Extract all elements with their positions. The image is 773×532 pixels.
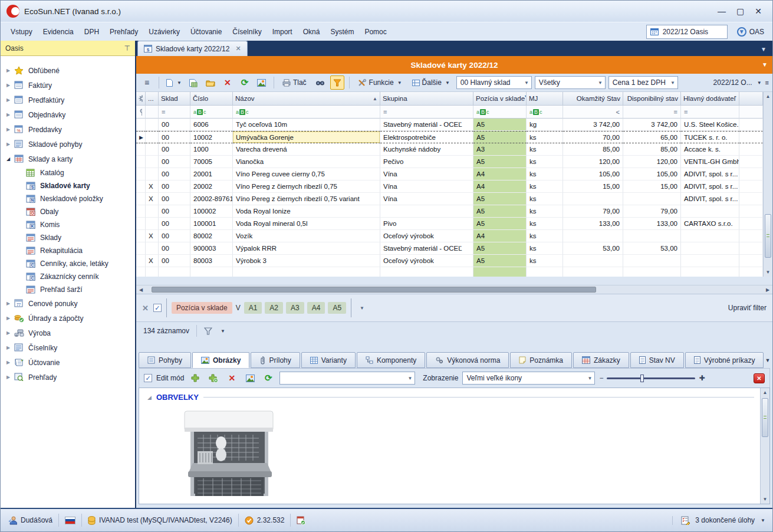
close-button[interactable]: ✕ [755, 6, 762, 16]
filter-value-chip-a1[interactable]: A1 [244, 302, 262, 314]
column-header-disponibilny[interactable]: Disponibilný stav [623, 92, 681, 106]
maximize-button[interactable]: ▢ [736, 6, 744, 16]
menu-item-prehľady[interactable]: Prehľady [104, 25, 143, 38]
expand-icon[interactable]: ▶ [4, 375, 12, 380]
table-row[interactable]: 006006Tyč oceľová 10mStavebný materiál -… [136, 119, 763, 131]
minimize-button[interactable]: — [718, 6, 726, 16]
expand-icon[interactable]: ▶ [4, 301, 12, 306]
image-panel-scrollbar[interactable]: ▲ ▼ [760, 388, 769, 504]
filter-cell-nazov[interactable]: aBc [233, 106, 380, 119]
count-filter-icon[interactable] [204, 327, 212, 335]
menu-toggle-button[interactable]: ≡ [140, 75, 154, 90]
panel-dropdown-icon[interactable]: ▼ [762, 61, 768, 68]
column-header-nazov[interactable]: Názov▲ [233, 92, 380, 106]
filter-value-chip-a2[interactable]: A2 [265, 302, 283, 314]
pin-icon[interactable]: ⊤ [124, 44, 130, 52]
table-row[interactable]: X0020002-897615...Víno Pereg z čiernych … [136, 193, 763, 205]
detail-tab-stav-nv[interactable]: Stav NV [630, 352, 684, 368]
sidebar-item-cenov-ponuky[interactable]: ▶77Cenové ponuky [1, 296, 135, 311]
detail-tab-v-robn-pr-kazy[interactable]: Výrobné príkazy [685, 352, 764, 368]
table-row[interactable]: 0070005VianočkaPečivoA5ks120,00120,00VEN… [136, 156, 763, 168]
sidebar-item--seln-ky[interactable]: ▶Číselníky [1, 340, 135, 355]
new-record-button[interactable]: ▼ [164, 75, 183, 90]
filter-cell-dodavatel[interactable]: = [681, 106, 739, 119]
sidebar-item-obaly[interactable]: OObaly [1, 205, 135, 218]
menu-item-uzávierky[interactable]: Uzávierky [143, 25, 185, 38]
column-header-pozicia[interactable]: Pozícia v sklade [473, 92, 527, 106]
sidebar-item-komis[interactable]: KKomis [1, 218, 135, 231]
sidebar-item-z-kazn-cky-cenn-k[interactable]: CZákaznícky cenník [1, 270, 135, 283]
expand-icon[interactable]: ▶ [4, 142, 12, 147]
filter-cell-skupina[interactable]: = [380, 106, 473, 119]
delete-button[interactable]: ✕ [221, 75, 235, 90]
image-tool-button[interactable] [243, 371, 257, 385]
scroll-up-icon[interactable]: ▲ [764, 92, 772, 101]
filter-cell-disponibilny[interactable]: = [623, 106, 681, 119]
filter-value-chip-a3[interactable]: A3 [286, 302, 304, 314]
product-image-dishwasher[interactable] [180, 410, 760, 498]
toolbar-period-combo[interactable]: 2022/12 O... [713, 78, 752, 87]
period-selector[interactable]: 2022/12 Oasis [646, 25, 728, 39]
scroll-down-icon[interactable]: ▼ [764, 268, 772, 277]
filter-cell-okamzity[interactable]: < [563, 106, 623, 119]
table-row[interactable]: 00900003Výpalok RRRStavebný materiál - O… [136, 242, 763, 255]
sidebar-item-preddavky[interactable]: ▶%Preddavky [1, 122, 135, 137]
table-row[interactable]: X0080002VozíkOceľový výrobokA4ks [136, 230, 763, 242]
detail-tab-v-konov-norma[interactable]: Výkonová norma [426, 352, 509, 368]
sidebar-item-sklady-a-karty[interactable]: ◢Sklady a karty [1, 152, 135, 166]
sidebar-item-preh-ady[interactable]: ▶Prehľady [1, 370, 135, 385]
refresh-button[interactable]: ⟳ [238, 75, 252, 90]
menu-item-evidencia[interactable]: Evidencia [38, 25, 79, 38]
column-header-mj[interactable]: MJ [527, 92, 563, 106]
search-button[interactable] [313, 75, 327, 90]
expand-icon[interactable]: ▶ [4, 112, 12, 117]
expand-icon[interactable]: ▶ [4, 360, 12, 365]
refresh-images-button[interactable]: ⟳ [261, 371, 275, 385]
tasks-dropdown-icon[interactable]: ▼ [761, 518, 765, 523]
detail-tab-pozn-mka[interactable]: Poznámka [510, 352, 572, 368]
sidebar-item-neskladov-polo-ky[interactable]: NNeskladové položky [1, 192, 135, 205]
menu-item-import[interactable]: Import [267, 25, 298, 38]
expand-icon[interactable]: ▶ [4, 68, 12, 73]
sidebar-item--tovanie[interactable]: ▶#Účtovanie [1, 355, 135, 370]
view-mode-combo[interactable]: Veľmi veľké ikony▼ [462, 372, 595, 385]
table-row[interactable]: ▶0010002Umývačka GorenjeElektrospotrebič… [136, 131, 763, 143]
expand-icon[interactable]: ▶ [4, 127, 12, 132]
edit-filter-link[interactable]: Upraviť filter [728, 304, 767, 312]
sidebar-item-v-roba[interactable]: ▶Výroba [1, 326, 135, 340]
image-scroll-up-icon[interactable]: ▲ [763, 388, 768, 397]
table-row[interactable]: 00100001Voda Royal mineral 0,5lPivoA5ks1… [136, 218, 763, 230]
delete-image-button[interactable]: ✕ [225, 371, 239, 385]
menu-item-okná[interactable]: Okná [298, 25, 325, 38]
zoom-slider[interactable]: − ✚ [599, 374, 705, 382]
detail-tab-komponenty[interactable]: Komponenty [357, 352, 425, 368]
vsetky-combo[interactable]: Všetky▼ [535, 76, 606, 89]
sidebar-item-rekapitul-cia[interactable]: Rekapitulácia [1, 244, 135, 257]
tab-list-dropdown-icon[interactable]: ▼ [761, 46, 772, 56]
toolbar-period-dropdown-icon[interactable]: ▼ [757, 80, 762, 86]
filter-cell-cislo[interactable]: aBc [190, 106, 233, 119]
column-header-cislo[interactable]: Číslo [190, 92, 233, 106]
sidebar-item-cenn-ky-akcie-let-ky[interactable]: CCenníky, akcie, letáky [1, 257, 135, 270]
add-image-plus-button[interactable] [206, 371, 221, 385]
expand-icon[interactable]: ▶ [4, 330, 12, 336]
filter-enabled-checkbox[interactable]: ✓ [153, 304, 162, 312]
expand-icon[interactable]: ▶ [4, 316, 12, 321]
detail-tab-pr-lohy[interactable]: Prílohy [251, 352, 300, 368]
zoom-out-icon[interactable]: − [599, 374, 603, 382]
filter-field-chip[interactable]: Pozícia v sklade [172, 302, 232, 314]
expand-icon[interactable]: ▶ [4, 345, 12, 350]
menu-item-systém[interactable]: Systém [325, 25, 359, 38]
tasks-status[interactable]: 3 dokončené úlohy ▼ [672, 516, 765, 525]
scroll-right-icon[interactable]: ▶ [763, 287, 772, 293]
sidebar-item-fakt-ry[interactable]: ▶Faktúry [1, 78, 135, 93]
collapse-icon[interactable]: ◢ [4, 156, 12, 162]
column-header-okamzity[interactable]: Okamžitý Stav [563, 92, 623, 106]
filter-cell-pozicia[interactable]: aBc [473, 106, 527, 119]
column-header-ind[interactable] [136, 92, 146, 106]
column-header-x[interactable]: ... [146, 92, 159, 106]
filter-dropdown-icon[interactable]: ▼ [360, 306, 364, 311]
filter-remove-icon[interactable]: ✕ [142, 304, 149, 313]
cena-combo[interactable]: Cena 1 bez DPH▼ [608, 76, 678, 89]
filter-cell-sklad[interactable]: = [159, 106, 190, 119]
